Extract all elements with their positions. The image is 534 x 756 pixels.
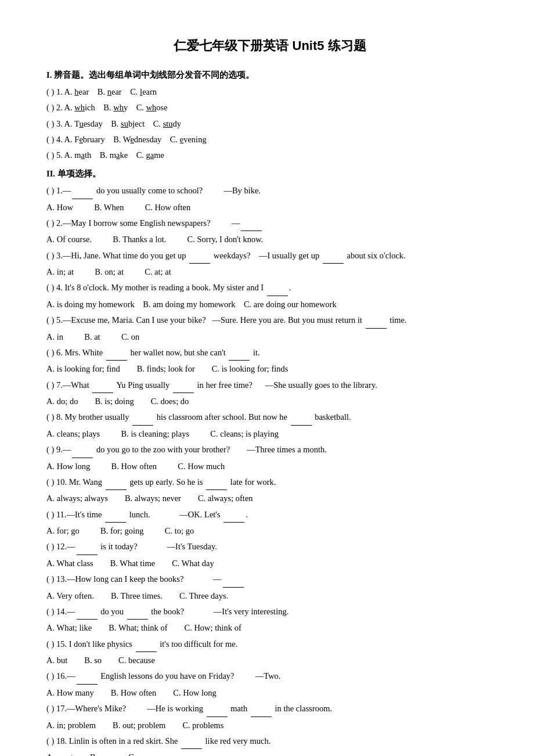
mc-q9-stem: ( ) 9.— do you go to the zoo with your b… xyxy=(46,442,493,458)
mc-q11-choices: A. for; go B. for; going C. to; go xyxy=(46,524,493,538)
mc-q10-stem: ( ) 10. Mr. Wang gets up early. So he is… xyxy=(46,475,493,490)
mc-q7: ( ) 7.—What Yu Ping usually in her free … xyxy=(46,378,493,409)
mc-q13: ( ) 13.—How long can I keep the books? —… xyxy=(46,572,493,603)
mc-q8: ( ) 8. My brother usually his classroom … xyxy=(46,410,493,441)
mc-q16: ( ) 16.— English lessons do you have on … xyxy=(46,669,493,700)
mc-q9: ( ) 9.— do you go to the zoo with your b… xyxy=(46,442,493,474)
mc-q18: ( ) 18. Linlin is often in a red skirt. … xyxy=(46,734,493,756)
mc-q1: ( ) 1.— do you usually come to school? —… xyxy=(46,183,493,215)
phon-q1: ( ) 1. A. hear B. near C. learn xyxy=(46,85,493,99)
mc-q5: ( ) 5.—Excuse me, Maria. Can I use your … xyxy=(46,313,493,344)
mc-q12-choices: A. What class B. What time C. What day xyxy=(46,556,493,571)
mc-q16-stem: ( ) 16.— English lessons do you have on … xyxy=(46,669,493,684)
mc-q6-stem: ( ) 6. Mrs. White her wallet now, but sh… xyxy=(46,345,493,361)
mc-q7-choices: A. do; do B. is; doing C. does; do xyxy=(46,394,493,409)
mc-q5-stem: ( ) 5.—Excuse me, Maria. Can I use your … xyxy=(46,313,493,328)
mc-q14-stem: ( ) 14.— do you the book? —It's very int… xyxy=(46,604,493,620)
phon-q2: ( ) 2. A. which B. why C. whose xyxy=(46,100,493,115)
mc-q14-choices: A. What; like B. What; think of C. How; … xyxy=(46,621,493,635)
mc-q10-choices: A. always; always B. always; never C. al… xyxy=(46,491,493,506)
mc-q17: ( ) 17.—Where's Mike? —He is working mat… xyxy=(46,701,493,733)
phon-q5: ( ) 5. A. math B. make C. game xyxy=(46,148,493,163)
mc-q9-choices: A. How long B. How often C. How much xyxy=(46,459,493,474)
mc-q18-stem: ( ) 18. Linlin is often in a red skirt. … xyxy=(46,734,493,749)
mc-q14: ( ) 14.— do you the book? —It's very int… xyxy=(46,604,493,636)
mc-q7-stem: ( ) 7.—What Yu Ping usually in her free … xyxy=(46,378,493,393)
section1-block: I. 辨音题。选出每组单词中划线部分发音不同的选项。 ( ) 1. A. hea… xyxy=(46,68,493,163)
mc-q18-choices: A. must B. can C. may xyxy=(46,750,493,756)
mc-q4: ( ) 4. It's 8 o'clock. My mother is read… xyxy=(46,280,493,312)
mc-q17-choices: A. in; problem B. out; problem C. proble… xyxy=(46,718,493,733)
page-title: 仁爱七年级下册英语 Unit5 练习题 xyxy=(46,35,493,57)
mc-q12: ( ) 12.— is it today? —It's Tuesday. A. … xyxy=(46,539,493,571)
mc-q8-choices: A. cleans; plays B. is cleaning; plays C… xyxy=(46,427,493,441)
mc-q2-choices: A. Of course. B. Thanks a lot. C. Sorry,… xyxy=(46,232,493,247)
mc-q6: ( ) 6. Mrs. White her wallet now, but sh… xyxy=(46,345,493,377)
mc-q13-choices: A. Very often. B. Three times. C. Three … xyxy=(46,589,493,603)
mc-q15-stem: ( ) 15. I don't like physics it's too di… xyxy=(46,637,493,652)
mc-q11-stem: ( ) 11.—It's time lunch. —OK. Let's . xyxy=(46,507,493,523)
mc-q1-choices: A. How B. When C. How often xyxy=(46,200,493,215)
mc-q17-stem: ( ) 17.—Where's Mike? —He is working mat… xyxy=(46,701,493,717)
phon-q3: ( ) 3. A. Tuesday B. subject C. study xyxy=(46,117,493,131)
phon-q4: ( ) 4. A. February B. Wednesday C. eveni… xyxy=(46,132,493,147)
mc-q8-stem: ( ) 8. My brother usually his classroom … xyxy=(46,410,493,425)
mc-q3: ( ) 3.—Hi, Jane. What time do you get up… xyxy=(46,249,493,280)
section2-label: II. 单项选择。 xyxy=(46,169,101,178)
mc-q1-stem: ( ) 1.— do you usually come to school? —… xyxy=(46,183,493,199)
mc-q6-choices: A. is looking for; find B. finds; look f… xyxy=(46,362,493,376)
mc-q15-choices: A. but B. so C. because xyxy=(46,653,493,668)
mc-q12-stem: ( ) 12.— is it today? —It's Tuesday. xyxy=(46,539,493,555)
mc-q10: ( ) 10. Mr. Wang gets up early. So he is… xyxy=(46,475,493,506)
mc-q4-stem: ( ) 4. It's 8 o'clock. My mother is read… xyxy=(46,280,493,296)
mc-q4-choices: A. is doing my homework B. am doing my h… xyxy=(46,297,493,312)
mc-q16-choices: A. How many B. How often C. How long xyxy=(46,686,493,700)
section2-block: II. 单项选择。 ( ) 1.— do you usually come to… xyxy=(46,167,493,756)
mc-q11: ( ) 11.—It's time lunch. —OK. Let's . A.… xyxy=(46,507,493,539)
section1-label: I. 辨音题。选出每组单词中划线部分发音不同的选项。 xyxy=(46,70,254,80)
mc-q3-choices: A. in; at B. on; at C. at; at xyxy=(46,265,493,279)
mc-q2-stem: ( ) 2.—May I borrow some English newspap… xyxy=(46,216,493,231)
mc-q3-stem: ( ) 3.—Hi, Jane. What time do you get up… xyxy=(46,249,493,264)
mc-q5-choices: A. in B. at C. on xyxy=(46,330,493,344)
mc-q2: ( ) 2.—May I borrow some English newspap… xyxy=(46,216,493,247)
mc-q15: ( ) 15. I don't like physics it's too di… xyxy=(46,637,493,668)
mc-q13-stem: ( ) 13.—How long can I keep the books? — xyxy=(46,572,493,587)
